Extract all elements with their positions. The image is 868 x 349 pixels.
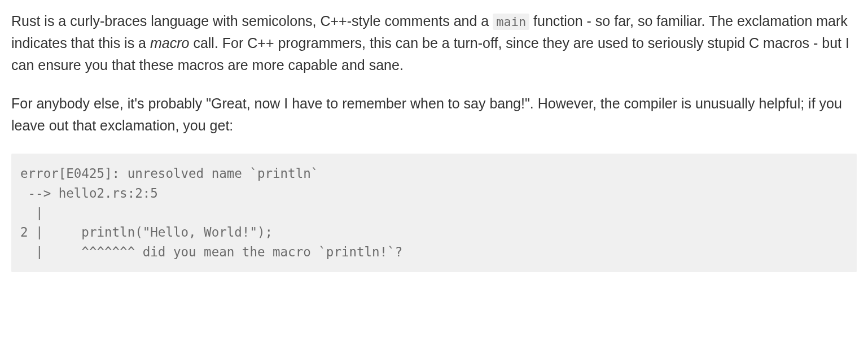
code-block-error: error[E0425]: unresolved name `println` …	[11, 154, 857, 272]
text-segment: Rust is a curly-braces language with sem…	[11, 13, 493, 29]
emphasis-macro: macro	[150, 35, 189, 51]
inline-code-main: main	[493, 14, 529, 30]
paragraph-compiler: For anybody else, it's probably "Great, …	[11, 93, 857, 137]
paragraph-intro: Rust is a curly-braces language with sem…	[11, 10, 857, 76]
